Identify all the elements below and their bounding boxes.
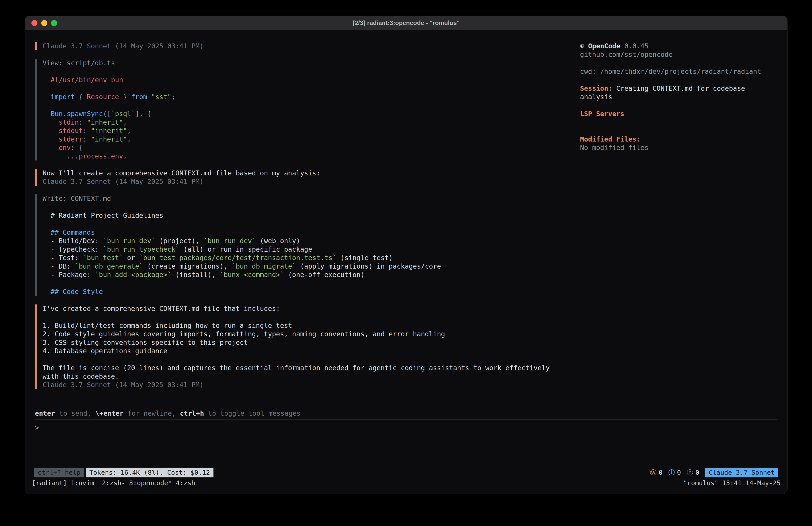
- tokens-cost-chip: Tokens: 16.4K (8%), Cost: $0.12: [86, 468, 214, 478]
- assistant-message-summary: I've created a comprehensive CONTEXT.md …: [35, 304, 570, 389]
- diagnostic-warnings: Ⓦ0: [650, 468, 663, 477]
- diagnostic-hints: ⓗ0: [687, 468, 699, 477]
- warning-icon: Ⓦ: [650, 468, 656, 477]
- session-sidebar: © OpenCode 0.0.45github.com/sst/opencode…: [580, 42, 781, 152]
- prompt-input[interactable]: >: [35, 424, 778, 432]
- keybinding-help: enter to send, \+enter for newline, ctrl…: [35, 409, 778, 418]
- model-chip: Claude 3.7 Sonnet: [705, 468, 778, 478]
- minimize-window-button[interactable]: [41, 20, 47, 26]
- prompt-caret: >: [35, 424, 39, 431]
- window-title: [2/3] radiant:3:opencode - "romulus": [353, 19, 460, 27]
- warning-count: 0: [659, 468, 663, 477]
- status-bar: ctrl+? help Tokens: 16.4K (8%), Cost: $0…: [34, 468, 778, 478]
- input-separator: [35, 420, 778, 420]
- input-area: enter to send, \+enter for newline, ctrl…: [35, 409, 778, 432]
- lsp-diagnostics: Ⓦ0 ⓘ0 ⓗ0: [650, 468, 699, 477]
- zoom-window-button[interactable]: [51, 20, 57, 26]
- hint-count: 0: [695, 468, 699, 477]
- hint-icon: ⓗ: [687, 468, 693, 477]
- close-window-button[interactable]: [31, 20, 38, 26]
- desktop: [2/3] radiant:3:opencode - "romulus" Cla…: [0, 0, 812, 526]
- info-icon: ⓘ: [668, 468, 675, 477]
- opencode-tui: Claude 3.7 Sonnet (14 May 2025 03:41 PM)…: [25, 30, 787, 494]
- window-titlebar: [2/3] radiant:3:opencode - "romulus": [25, 16, 787, 30]
- info-count: 0: [677, 468, 681, 477]
- chat-transcript: Claude 3.7 Sonnet (14 May 2025 03:41 PM)…: [35, 42, 570, 398]
- assistant-message-analysis: Now I'll create a comprehensive CONTEXT.…: [35, 169, 570, 186]
- help-shortcut-chip: ctrl+? help: [34, 468, 84, 478]
- traffic-lights: [31, 16, 57, 30]
- tmux-window-list[interactable]: [radiant] 1:nvim 2:zsh- 3:opencode* 4:zs…: [32, 479, 195, 487]
- tmux-session-info: "romulus" 15:41 14-May-25: [683, 479, 781, 487]
- diagnostic-info: ⓘ0: [668, 468, 681, 477]
- assistant-message-header: Claude 3.7 Sonnet (14 May 2025 03:41 PM): [35, 42, 570, 51]
- tmux-status-bar: [radiant] 1:nvim 2:zsh- 3:opencode* 4:zs…: [32, 479, 781, 487]
- terminal-window: [2/3] radiant:3:opencode - "romulus" Cla…: [25, 16, 787, 494]
- write-tool-output: Write: CONTEXT.md # Radiant Project Guid…: [35, 194, 570, 296]
- view-tool-output: View: script/db.ts #!/usr/bin/env bun im…: [35, 59, 570, 160]
